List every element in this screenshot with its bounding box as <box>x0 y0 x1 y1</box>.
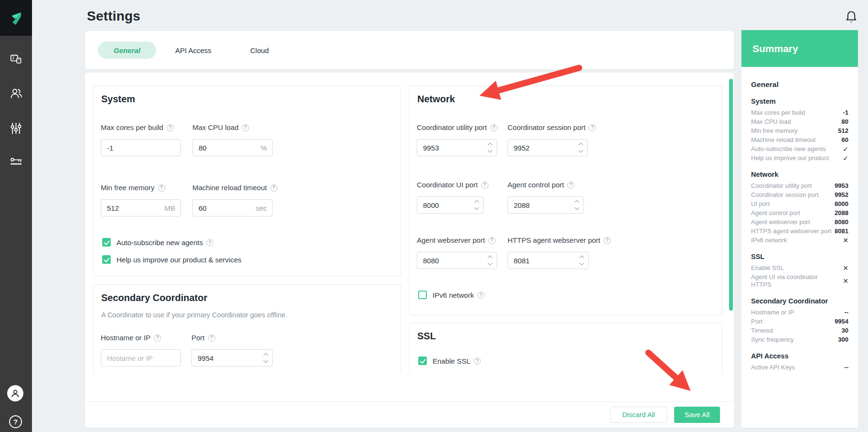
summary-row-value: 9954 <box>835 318 848 325</box>
field-label: Agent webserver port <box>417 235 485 246</box>
help-icon[interactable]: ? <box>474 357 481 365</box>
auto-subscribe-checkbox[interactable] <box>102 238 111 247</box>
help-icon[interactable]: ? <box>242 124 249 131</box>
tab-cloud[interactable]: Cloud <box>250 31 269 69</box>
step-up-icon[interactable] <box>488 256 493 260</box>
machine-reload-timeout-input[interactable] <box>192 199 273 216</box>
field-agent-webserver-port: Agent webserver port? <box>417 235 497 269</box>
agent-control-port-input[interactable] <box>508 196 584 214</box>
field-max-cpu-load: Max CPU load? % <box>192 122 273 156</box>
help-icon[interactable]: ? <box>589 124 596 131</box>
agent-webserver-port-input[interactable] <box>417 252 497 269</box>
checkbox-label: Help us improve our product & services <box>116 256 242 264</box>
max-cores-per-build-input[interactable] <box>101 139 181 156</box>
help-icon[interactable]: ? <box>270 184 277 192</box>
field-agent-control-port: Agent control port? <box>508 180 584 214</box>
step-down-icon[interactable] <box>475 205 479 210</box>
step-up-icon[interactable] <box>579 143 583 148</box>
coordinator-session-port-input[interactable] <box>508 139 588 156</box>
summary-row-value: 30 <box>842 327 848 335</box>
port-stepper[interactable] <box>264 349 267 367</box>
improve-product-checkbox[interactable] <box>102 255 111 264</box>
help-icon[interactable]: ? <box>567 182 574 189</box>
summary-cross-icon: ✕ <box>843 277 848 285</box>
port-stepper[interactable] <box>488 252 492 269</box>
step-up-icon[interactable] <box>475 200 479 205</box>
app-logo[interactable] <box>0 0 32 36</box>
sidebar-item-agents[interactable] <box>0 84 32 103</box>
sidebar-item-settings[interactable] <box>0 119 32 138</box>
step-down-icon[interactable] <box>488 261 493 266</box>
user-avatar[interactable] <box>7 385 23 401</box>
step-down-icon[interactable] <box>488 148 493 153</box>
summary-row: Enable SSL✕ <box>751 264 848 272</box>
summary-row: HTTPS agent webserver port8081 <box>751 227 848 235</box>
help-icon[interactable]: ? <box>603 237 611 244</box>
field-label: Min free memory <box>101 183 155 193</box>
summary-row-value: 9952 <box>835 191 848 199</box>
summary-row-label: Max CPU load <box>751 118 791 126</box>
hostname-or-ip-input[interactable] <box>101 349 181 367</box>
help-icon[interactable]: ? <box>488 237 496 244</box>
tab-api-access-label: API Access <box>175 46 212 54</box>
summary-panel: Summary General System Max cores per bui… <box>741 30 858 428</box>
summary-row-value: -- <box>844 309 848 316</box>
help-button[interactable]: ? <box>9 415 22 428</box>
step-down-icon[interactable] <box>579 148 583 153</box>
help-icon[interactable]: ? <box>167 124 174 131</box>
sidebar-item-license[interactable] <box>0 152 32 172</box>
https-agent-webserver-port-input[interactable] <box>508 252 589 269</box>
summary-api-heading: API Access <box>751 352 848 360</box>
step-down-icon[interactable] <box>580 261 584 266</box>
discard-all-button[interactable]: Discard All <box>610 407 667 423</box>
help-icon[interactable]: ? <box>477 292 485 299</box>
sidebar-item-builds[interactable] <box>0 50 32 69</box>
step-up-icon[interactable] <box>575 200 580 205</box>
coordinator-ui-port-input[interactable] <box>417 196 484 214</box>
summary-row-value: -1 <box>843 109 848 117</box>
help-icon[interactable]: ? <box>158 184 165 192</box>
coordinator-utility-port-input[interactable] <box>417 139 497 156</box>
summary-cross-icon: ✕ <box>843 237 848 244</box>
summary-row: Agent UI via coordinator HTTPS✕ <box>751 273 848 289</box>
port-stepper[interactable] <box>579 139 582 156</box>
secondary-coordinator-card: Secondary Coordinator A Coordinator to u… <box>93 284 401 374</box>
step-down-icon[interactable] <box>264 358 268 363</box>
port-stepper[interactable] <box>488 139 492 156</box>
help-icon[interactable]: ? <box>490 124 498 131</box>
checkbox-label: Enable SSL <box>433 357 470 365</box>
help-icon[interactable]: ? <box>154 335 161 342</box>
summary-row: Coordinator session port9952 <box>751 191 848 199</box>
step-up-icon[interactable] <box>488 143 493 148</box>
save-all-button[interactable]: Save All <box>674 407 720 423</box>
max-cpu-load-input[interactable] <box>192 139 273 156</box>
tab-general[interactable]: General <box>98 42 156 59</box>
step-up-icon[interactable] <box>580 256 584 260</box>
port-stepper[interactable] <box>580 252 583 269</box>
settings-page: { "colors": { "accent_green": "#3fc993",… <box>0 0 868 432</box>
help-icon[interactable]: ? <box>206 239 213 246</box>
ssl-card-title: SSL <box>417 331 436 342</box>
network-card-title: Network <box>417 94 455 105</box>
summary-row-value: 512 <box>838 127 848 135</box>
min-free-memory-input[interactable] <box>101 199 181 216</box>
secondary-port-input[interactable] <box>191 349 273 367</box>
secondary-coordinator-title: Secondary Coordinator <box>101 292 207 303</box>
step-up-icon[interactable] <box>264 353 268 358</box>
step-down-icon[interactable] <box>575 205 580 210</box>
port-stepper[interactable] <box>575 196 579 214</box>
summary-row: Help us improve our product✓ <box>751 154 848 162</box>
scrollbar-thumb[interactable] <box>729 79 733 311</box>
help-icon[interactable]: ? <box>208 335 215 342</box>
summary-general-heading: General <box>751 80 848 89</box>
summary-row: Active API Keys-- <box>751 364 848 371</box>
help-icon[interactable]: ? <box>481 182 488 189</box>
summary-row: Machine reload timeout60 <box>751 136 848 144</box>
checkbox-label: IPv6 network <box>433 291 474 299</box>
ipv6-network-checkbox[interactable] <box>418 291 427 299</box>
enable-ssl-checkbox[interactable] <box>418 356 427 365</box>
summary-row-label: Active API Keys <box>751 364 795 371</box>
tab-api-access[interactable]: API Access <box>175 31 212 69</box>
notifications-button[interactable] <box>844 10 858 25</box>
port-stepper[interactable] <box>475 196 478 214</box>
